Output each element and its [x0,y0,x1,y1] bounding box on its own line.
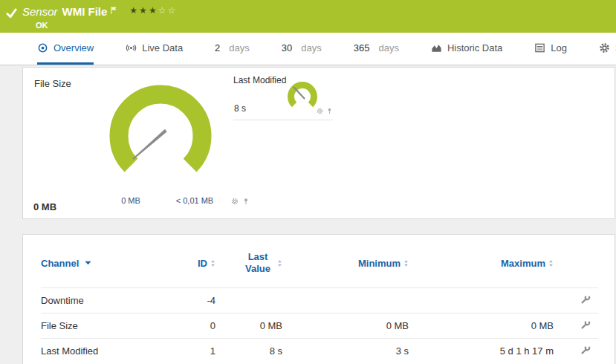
tab-30-days-number: 30 [282,42,292,53]
tab-2-days[interactable]: 2days [215,33,250,65]
sensor-kind-label: Sensor [22,5,58,18]
tab-historic-data[interactable]: Historic Data [431,33,502,65]
tab-365-days[interactable]: 365days [354,33,399,65]
file-size-scale-max: < 0,01 MB [164,196,225,205]
sort-icon [548,259,554,267]
gauge-gear-icon[interactable] [231,198,239,205]
tab-2-days-unit: days [229,42,249,53]
table-row: Last Modified 1 8 s 3 s 5 d 1 h 17 m [41,338,598,363]
column-header-maximum[interactable]: Maximum [409,244,554,287]
channels-panel: Channel ID Last Value Minimum Maximum [22,234,615,364]
tab-historic-data-label: Historic Data [447,42,502,53]
status-badge: OK [36,21,177,30]
overview-content: File Size 0 MB < 0,01 MB 0 MB Last Modif… [0,65,616,364]
tab-overview-label: Overview [54,42,94,53]
tab-30-days-unit: days [301,42,321,53]
table-header-row: Channel ID Last Value Minimum Maximum [41,244,598,287]
settings-gear-icon [599,42,610,53]
minimum-cell: 3 s [282,338,409,363]
file-size-gauge [79,84,242,195]
minimum-cell [282,287,409,313]
tab-live-data[interactable]: Live Data [126,33,183,65]
live-data-icon [126,42,137,53]
file-size-scale-min: 0 MB [106,196,155,205]
maximum-cell: 5 d 1 h 17 m [409,338,554,363]
channel-cell: File Size [41,313,152,338]
tab-live-data-label: Live Data [142,42,183,53]
tab-2-days-number: 2 [215,42,220,53]
gauges-panel: File Size 0 MB < 0,01 MB 0 MB Last Modif… [22,67,615,219]
sort-icon [210,259,215,267]
file-size-gauge-title: File Size [34,78,71,89]
last-value-cell [215,287,282,313]
stars-filled: ★★★ [129,5,158,16]
stars-empty: ☆☆ [158,5,178,16]
tab-settings[interactable]: Settings [599,33,616,65]
overview-icon [37,42,48,53]
sensor-title: WMI File [62,5,108,18]
channel-cell: Downtime [41,287,152,313]
mini-gauge-pin-icon[interactable] [326,108,333,114]
tab-365-days-unit: days [378,42,398,53]
last-value-cell: 0 MB [215,313,282,338]
channel-settings-wrench-icon[interactable] [580,319,591,330]
file-size-value: 0 MB [33,201,56,212]
table-row: Downtime -4 [41,287,598,313]
last-value-cell: 8 s [215,338,282,363]
sort-icon [403,259,409,267]
column-header-minimum[interactable]: Minimum [282,244,409,287]
tab-log-label: Log [551,42,567,53]
column-header-last-value[interactable]: Last Value [215,244,282,287]
tab-365-days-number: 365 [354,42,370,53]
channel-cell: Last Modified [41,338,152,363]
maximum-cell [409,287,554,313]
last-modified-gauge-block: Last Modified 8 s [233,75,333,120]
sort-icon [277,259,282,267]
log-icon [534,42,545,53]
column-header-channel[interactable]: Channel [41,244,152,287]
id-cell: 0 [152,313,215,338]
tab-log[interactable]: Log [534,33,567,65]
ok-check-icon [6,7,17,19]
table-row: File Size 0 0 MB 0 MB 0 MB [41,313,598,338]
column-header-id[interactable]: ID [152,244,215,287]
historic-data-icon [431,42,442,53]
channels-table: Channel ID Last Value Minimum Maximum [41,244,598,363]
last-modified-value: 8 s [234,103,246,114]
id-cell: -4 [152,287,215,313]
flag-icon[interactable] [110,6,117,15]
tab-30-days[interactable]: 30days [282,33,322,65]
tab-overview[interactable]: Overview [37,33,94,65]
maximum-cell: 0 MB [409,313,554,338]
gauge-pin-icon[interactable] [242,198,250,205]
channel-settings-wrench-icon[interactable] [580,294,591,305]
minimum-cell: 0 MB [282,313,409,338]
priority-stars[interactable]: ★★★☆☆ [129,5,177,16]
tab-bar: Overview Live Data 2days 30days 365days … [0,33,616,65]
channel-settings-wrench-icon[interactable] [580,345,591,355]
column-header-tools [554,244,598,287]
id-cell: 1 [152,338,215,363]
mini-gauge-gear-icon[interactable] [317,108,323,114]
channel-caret-down-icon [85,261,91,265]
sensor-header: Sensor WMI File ★★★☆☆ OK [0,0,616,33]
